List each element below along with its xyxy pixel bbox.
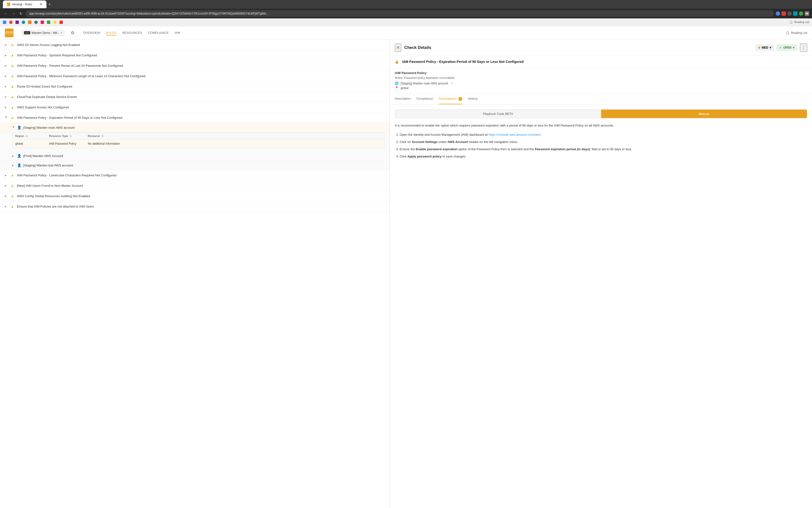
rule-label: IAM Password Policy - Minimum Password L… (17, 74, 385, 78)
warning-icon: ▲ (10, 115, 14, 120)
manual-button[interactable]: Manual (601, 110, 807, 118)
rule-item-active[interactable]: ▶ ▲ IAM Password Policy - Expiration Per… (0, 113, 389, 123)
chevron-icon: ▶ (5, 174, 8, 177)
sub-chevron-icon: ▶ (12, 164, 15, 167)
new-tab-button[interactable]: + (48, 2, 51, 7)
rule-item[interactable]: ▶ ▲ CloudTrail Duplicate Global Service … (0, 92, 389, 102)
account-icon: 👤 (17, 154, 21, 158)
account-icon: 👤 (17, 163, 21, 167)
rule-item[interactable]: ▶ ▲ AWS S3 Server Access Logging Not Ena… (0, 40, 389, 50)
cell-region: global (15, 142, 49, 145)
ext-icon-4[interactable] (793, 11, 798, 16)
rule-category-icon: 🔒 (395, 60, 399, 64)
rule-item[interactable]: ▶ ▲ AWS Support Access Not Configured (0, 102, 389, 113)
rule-item[interactable]: ▶ ▲ [New] IAM Users Found in Non-Master … (0, 180, 389, 191)
severity-chevron: ▾ (770, 46, 771, 49)
reading-list-btn[interactable]: 📋 Reading List (789, 20, 809, 24)
cell-resource: No additional information (88, 142, 381, 145)
rule-label: Ensure that IAM Policies are not attache… (17, 205, 385, 208)
bookmark-2[interactable] (9, 20, 12, 24)
remediation-step-4: Click Apply password policy to save chan… (399, 154, 807, 159)
nav-iam[interactable]: IAM (174, 30, 180, 36)
ext-icon-reading-list[interactable]: 📖 (805, 11, 809, 16)
bookmark-6[interactable] (34, 20, 38, 24)
remediation-step-2: Click on Account Settings under AWS Acco… (399, 139, 807, 145)
rule-item[interactable]: ▶ ▲ AWS Config Global Resources Auditing… (0, 191, 389, 201)
tab-remediation[interactable]: Remediation ⚡ (439, 94, 462, 104)
step-bold: AWS Account (447, 140, 468, 144)
nav-resources[interactable]: RESOURCES (122, 30, 142, 36)
chevron-icon: ▶ (5, 184, 8, 187)
settings-button[interactable]: ⚙ (71, 30, 75, 36)
warning-icon: ▲ (10, 204, 14, 209)
logo-text: HORANGI (5, 31, 14, 33)
bookmark-3[interactable] (15, 20, 19, 24)
account-selector[interactable]: aws Warden Demo - AW... ▾ (21, 30, 65, 36)
rule-item[interactable]: ▶ ▲ IAM Password Policy - Symbols Requir… (0, 50, 389, 60)
playbook-code-button[interactable]: Playbook Code BETA (395, 110, 601, 118)
refresh-button[interactable]: ↻ (18, 10, 24, 17)
sort-icon: ⇅ (26, 135, 28, 137)
sub-item[interactable]: ▶ 👤 [Staging] Warden test AWS account (0, 161, 389, 170)
bookmark-9[interactable] (53, 20, 56, 24)
warning-icon: ▲ (10, 173, 14, 177)
ext-icon-2[interactable] (781, 11, 786, 16)
rule-item[interactable]: ▶ ▲ IAM Password Policy - Minimum Passwo… (0, 71, 389, 81)
forward-button[interactable]: → (11, 10, 16, 17)
address-input[interactable] (26, 10, 774, 17)
bookmark-8[interactable] (47, 20, 50, 24)
chevron-down-icon: ▶ (5, 116, 8, 119)
warning-icon: ▲ (10, 194, 14, 198)
ext-icon-1[interactable] (776, 11, 780, 16)
tab-title: Horangi - Rules (12, 3, 32, 6)
rule-label: IAM Password Policy - Prevent Reuse of L… (17, 64, 385, 68)
nav-compliance[interactable]: COMPLIANCE (148, 30, 169, 36)
rule-label: Route 53 Hosted Zones Not Configured (17, 85, 385, 88)
iam-console-link[interactable]: https://console.aws.amazon.com/iam/ (488, 133, 541, 136)
cell-type: IAM Password Policy (49, 142, 88, 145)
ext-icon-5[interactable] (799, 11, 803, 16)
sort-icon: ⇅ (70, 135, 72, 137)
sub-items-container: ▶ 👤 [Staging] Warden main AWS account Re… (0, 123, 389, 170)
details-tabs: Description Compliance Remediation ⚡ His… (390, 94, 812, 104)
step-bold: Account Settings (412, 140, 437, 144)
tab-description[interactable]: Description (395, 94, 411, 104)
status-badge[interactable]: ✓ OPEN ▾ (777, 45, 797, 50)
rule-item[interactable]: ▶ ▲ IAM Password Policy - Lowercase Char… (0, 170, 389, 180)
tab-history[interactable]: History (468, 94, 478, 104)
bookmark-10[interactable] (59, 20, 63, 24)
table-row: global IAM Password Policy No additional… (12, 139, 384, 148)
copy-icon[interactable]: ⧉ (451, 82, 453, 85)
reading-list-button[interactable]: 📋 Reading List (786, 31, 807, 35)
sub-item[interactable]: ▶ 👤 [Staging] Warden main AWS account (0, 123, 389, 132)
rule-item[interactable]: ▶ ▲ Route 53 Hosted Zones Not Configured (0, 81, 389, 92)
details-header: ✕ Check Details MED ▾ ✓ OPEN ▾ ⋮ (390, 40, 812, 56)
chevron-icon: ▶ (5, 44, 8, 46)
sub-item[interactable]: ▶ 👤 [Prod] Warden AWS Account (0, 151, 389, 161)
severity-dot (758, 47, 760, 49)
sort-icon: ⇅ (101, 135, 103, 137)
rule-item[interactable]: ▶ ▲ Ensure that IAM Policies are not att… (0, 201, 389, 212)
warning-icon: ▲ (10, 84, 14, 89)
rule-label: AWS Support Access Not Configured (17, 105, 385, 109)
bookmark-7[interactable] (41, 20, 44, 24)
col-region-header: Region ⇅ (15, 134, 49, 137)
back-button[interactable]: ← (3, 10, 9, 17)
warning-icon: ▲ (10, 43, 14, 47)
chevron-icon: ▶ (5, 85, 8, 88)
bookmark-4[interactable] (22, 20, 25, 24)
nav-rules[interactable]: RULES (106, 30, 116, 36)
bookmark-5[interactable] (28, 20, 32, 24)
browser-tab[interactable]: H Horangi - Rules ✕ (3, 0, 46, 8)
tab-close-btn[interactable]: ✕ (39, 2, 43, 6)
ext-icon-3[interactable] (787, 11, 792, 16)
tab-compliance[interactable]: Compliance (416, 94, 433, 104)
more-options-button[interactable]: ⋮ (800, 44, 807, 52)
rule-item[interactable]: ▶ ▲ IAM Password Policy - Prevent Reuse … (0, 60, 389, 71)
nav-overview[interactable]: OVERVIEW (83, 30, 100, 36)
close-button[interactable]: ✕ (395, 44, 401, 52)
top-nav-links: OVERVIEW RULES RESOURCES COMPLIANCE IAM (83, 30, 180, 36)
severity-badge[interactable]: MED ▾ (756, 45, 774, 50)
bookmark-1[interactable] (3, 20, 6, 24)
rule-label: AWS Config Global Resources Auditing Not… (17, 194, 385, 198)
